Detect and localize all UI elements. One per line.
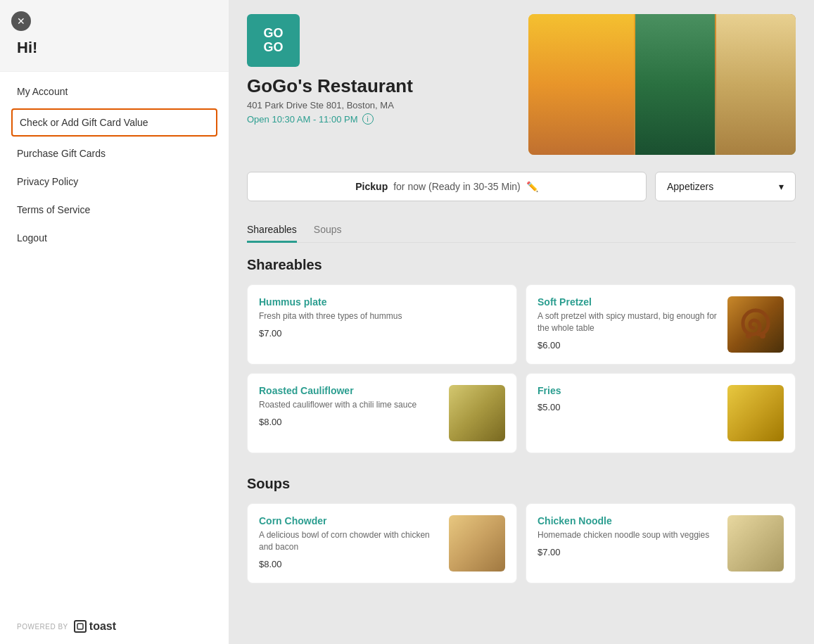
sidebar-header: Hi!	[0, 0, 229, 72]
restaurant-hours: Open 10:30 AM - 11:00 PM i	[247, 113, 514, 125]
menu-item-hummus-plate[interactable]: Hummus plate Fresh pita with three types…	[247, 284, 517, 365]
menu-item-soft-pretzel[interactable]: Soft Pretzel A soft pretzel with spicy m…	[526, 284, 796, 365]
item-price: $6.00	[538, 340, 719, 351]
item-price: $8.00	[259, 559, 440, 569]
menu-item-corn-chowder[interactable]: Corn Chowder A delicious bowl of corn ch…	[247, 503, 517, 583]
category-label: Appetizers	[667, 181, 713, 192]
item-name: Hummus plate	[259, 296, 505, 308]
cauliflower-image	[449, 385, 505, 441]
menu-item-fries[interactable]: Fries $5.00	[526, 373, 796, 453]
sidebar-item-privacy-policy[interactable]: Privacy Policy	[0, 168, 229, 196]
pickup-button[interactable]: Pickup for now (Ready in 30-35 Min) ✏️	[247, 172, 647, 201]
menu-item-roasted-cauliflower[interactable]: Roasted Cauliflower Roasted cauliflower …	[247, 373, 517, 453]
sidebar-item-my-account[interactable]: My Account	[0, 77, 229, 106]
pickup-label: Pickup	[355, 181, 388, 192]
sidebar-nav: My Account Check or Add Gift Card Value …	[0, 72, 229, 609]
item-price: $7.00	[538, 547, 719, 557]
sidebar-item-terms-of-service[interactable]: Terms of Service	[0, 196, 229, 224]
item-image-pretzel	[727, 296, 784, 353]
item-desc: A delicious bowl of corn chowder with ch…	[259, 529, 440, 553]
image-panel-1	[528, 14, 634, 155]
corn-chowder-image	[449, 515, 505, 572]
item-desc: A soft pretzel with spicy mustard, big e…	[538, 310, 719, 334]
item-desc: Fresh pita with three types of hummus	[259, 310, 505, 322]
toast-brand-name: toast	[89, 620, 116, 633]
image-panel-2	[635, 14, 715, 155]
edit-icon: ✏️	[526, 181, 538, 192]
menu-item-info: Chicken Noodle Homemade chicken noodle s…	[538, 515, 719, 572]
close-icon: ✕	[17, 15, 25, 27]
item-desc: Roasted cauliflower with a chili lime sa…	[259, 399, 440, 411]
sidebar-item-check-add-gift-card[interactable]: Check or Add Gift Card Value	[11, 108, 217, 137]
toast-icon	[74, 620, 87, 633]
item-name: Soft Pretzel	[538, 296, 719, 308]
soups-grid: Corn Chowder A delicious bowl of corn ch…	[247, 503, 796, 583]
image-panel-3	[716, 14, 796, 155]
svg-point-2	[760, 333, 765, 339]
item-image-corn-chowder	[449, 515, 505, 572]
menu-item-chicken-noodle[interactable]: Chicken Noodle Homemade chicken noodle s…	[526, 503, 796, 583]
tab-soups[interactable]: Soups	[314, 218, 342, 243]
restaurant-info: GOGO GoGo's Restaurant 401 Park Drive St…	[247, 14, 514, 125]
menu-item-info: Roasted Cauliflower Roasted cauliflower …	[259, 385, 440, 441]
item-name: Roasted Cauliflower	[259, 385, 440, 396]
section-shareables: Shareables Hummus plate Fresh pita with …	[247, 257, 796, 453]
pretzel-image	[727, 296, 784, 353]
chevron-down-icon: ▾	[779, 181, 784, 192]
fries-image	[727, 385, 784, 441]
logo-text: GOGO	[263, 27, 283, 55]
item-image-cauliflower	[449, 385, 505, 441]
item-name: Corn Chowder	[259, 515, 440, 526]
item-desc: Homemade chicken noodle soup with veggie…	[538, 529, 719, 541]
item-image-chicken-noodle	[727, 515, 784, 572]
item-image-fries	[727, 385, 784, 441]
item-name: Chicken Noodle	[538, 515, 719, 526]
section-title-shareables: Shareables	[247, 257, 796, 273]
item-price: $5.00	[538, 402, 719, 412]
item-name: Fries	[538, 385, 719, 396]
menu-item-info: Fries $5.00	[538, 385, 719, 441]
item-price: $8.00	[259, 417, 440, 427]
restaurant-logo: GOGO	[247, 14, 300, 67]
image-panels	[528, 14, 796, 155]
restaurant-name: GoGo's Restaurant	[247, 75, 514, 97]
item-price: $7.00	[259, 328, 505, 339]
section-soups: Soups Corn Chowder A delicious bowl of c…	[247, 476, 796, 583]
category-dropdown[interactable]: Appetizers ▾	[655, 172, 796, 201]
sidebar-item-purchase-gift-cards[interactable]: Purchase Gift Cards	[0, 139, 229, 168]
shareables-grid: Hummus plate Fresh pita with three types…	[247, 284, 796, 453]
section-title-soups: Soups	[247, 476, 796, 492]
restaurant-image	[528, 14, 796, 155]
restaurant-address: 401 Park Drive Ste 801, Boston, MA	[247, 100, 514, 111]
hours-info-icon[interactable]: i	[362, 113, 374, 125]
restaurant-header: GOGO GoGo's Restaurant 401 Park Drive St…	[247, 14, 796, 155]
sidebar: ✕ Hi! My Account Check or Add Gift Card …	[0, 0, 229, 644]
main-content: GOGO GoGo's Restaurant 401 Park Drive St…	[229, 0, 814, 644]
close-button[interactable]: ✕	[11, 11, 31, 31]
chicken-noodle-image	[727, 515, 784, 572]
sidebar-footer: POWERED BY toast	[0, 609, 229, 644]
menu-item-info: Corn Chowder A delicious bowl of corn ch…	[259, 515, 440, 572]
sidebar-item-logout[interactable]: Logout	[0, 224, 229, 252]
greeting: Hi!	[17, 39, 212, 57]
menu-item-info: Hummus plate Fresh pita with three types…	[259, 296, 505, 353]
order-bar: Pickup for now (Ready in 30-35 Min) ✏️ A…	[247, 172, 796, 201]
powered-by-label: POWERED BY	[17, 623, 68, 631]
menu-item-info: Soft Pretzel A soft pretzel with spicy m…	[538, 296, 719, 353]
menu-tabs: Shareables Soups	[247, 218, 796, 243]
tab-shareables[interactable]: Shareables	[247, 218, 297, 243]
toast-logo: toast	[74, 620, 116, 633]
svg-point-1	[746, 333, 751, 339]
svg-rect-0	[77, 624, 83, 629]
pickup-time: for now (Ready in 30-35 Min)	[393, 181, 521, 192]
